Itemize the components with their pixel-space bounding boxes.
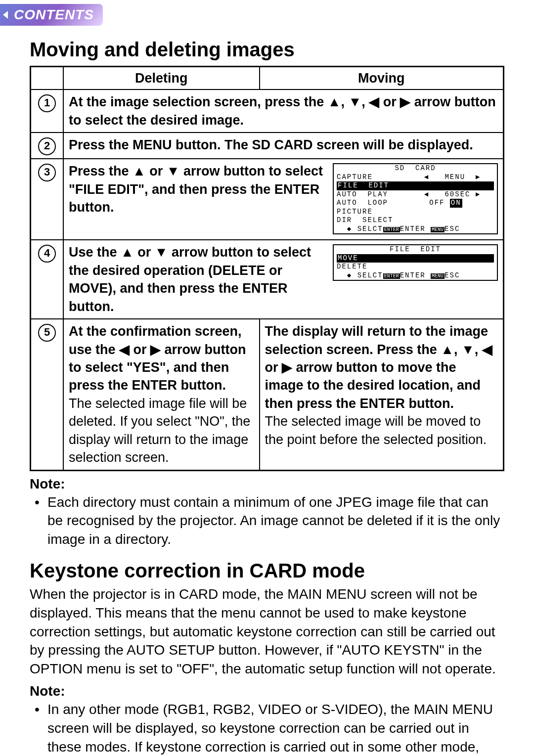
osd-row: DIR SELECT — [334, 216, 497, 225]
step-number: 4 — [38, 245, 56, 263]
osd-title: FILE EDIT — [334, 245, 497, 254]
step1-arrows: ▲, ▼, ◀ or ▶ — [328, 94, 410, 109]
step-row-2: 2 Press the MENU button. The SD CARD scr… — [31, 133, 504, 159]
step5-mov-plain: The selected image will be moved to the … — [265, 414, 487, 446]
keystone-paragraph: When the projector is in CARD mode, the … — [30, 585, 504, 678]
step5-del-arrows: ◀ or ▶ — [119, 342, 161, 357]
header-deleting: Deleting — [63, 67, 260, 90]
osd-sd-card: SD CARD CAPTURE ◀ MENU ▶ FILE EDIT AUTO … — [333, 163, 498, 234]
note2-text: In any other mode (RGB1, RGB2, VIDEO or … — [47, 700, 504, 756]
step-number: 2 — [38, 137, 56, 155]
step-row-3: 3 SD CARD CAPTURE ◀ MENU ▶ FILE EDIT AUT… — [31, 159, 504, 240]
step5-mov-b: arrow button to move the image to the de… — [265, 360, 481, 411]
step5-del-plain: The selected image file will be deleted.… — [69, 396, 250, 465]
osd-row-selected: MOVE — [337, 254, 494, 263]
step-number: 5 — [38, 324, 56, 342]
step1-text-a: At the image selection screen, press the — [69, 94, 328, 109]
osd-row: AUTO PLAY — [337, 190, 388, 198]
step3-arrows: ▲ or ▼ — [133, 164, 179, 178]
osd-row-selected: FILE EDIT — [337, 181, 494, 190]
header-moving: Moving — [260, 67, 504, 90]
steps-table: Deleting Moving 1 At the image selection… — [30, 66, 504, 471]
header-blank — [31, 67, 64, 90]
heading-keystone: Keystone correction in CARD mode — [30, 560, 504, 582]
osd-row: AUTO LOOP — [337, 199, 388, 207]
osd-file-edit: FILE EDIT MOVE DELETE ◆ SELCTENTERENTER … — [333, 244, 498, 281]
heading-moving-deleting: Moving and deleting images — [30, 39, 504, 61]
osd-row: PICTURE — [334, 208, 497, 217]
note1-text: Each directory must contain a minimum of… — [47, 493, 504, 549]
step-number: 3 — [38, 164, 56, 181]
osd-row: CAPTURE — [337, 173, 373, 181]
step4-text-a: Use the — [69, 245, 121, 260]
note-label: Note: — [30, 476, 504, 492]
step3-text-a: Press the — [69, 164, 133, 178]
note-label: Note: — [30, 683, 504, 699]
osd-row: DELETE — [334, 263, 497, 271]
osd-title: SD CARD — [334, 164, 497, 173]
step-number: 1 — [38, 94, 56, 112]
step-row-1: 1 At the image selection screen, press t… — [31, 89, 504, 133]
page-body: Moving and deleting images Deleting Movi… — [0, 26, 534, 756]
step-row-5: 5 At the confirmation screen, use the ◀ … — [31, 319, 504, 470]
step4-arrows: ▲ or ▼ — [121, 245, 168, 260]
step-row-4: 4 FILE EDIT MOVE DELETE ◆ SELCTENTERENTE… — [31, 240, 504, 319]
contents-link[interactable]: CONTENTS — [0, 4, 103, 26]
step2-text: Press the MENU button. The SD CARD scree… — [63, 133, 504, 159]
